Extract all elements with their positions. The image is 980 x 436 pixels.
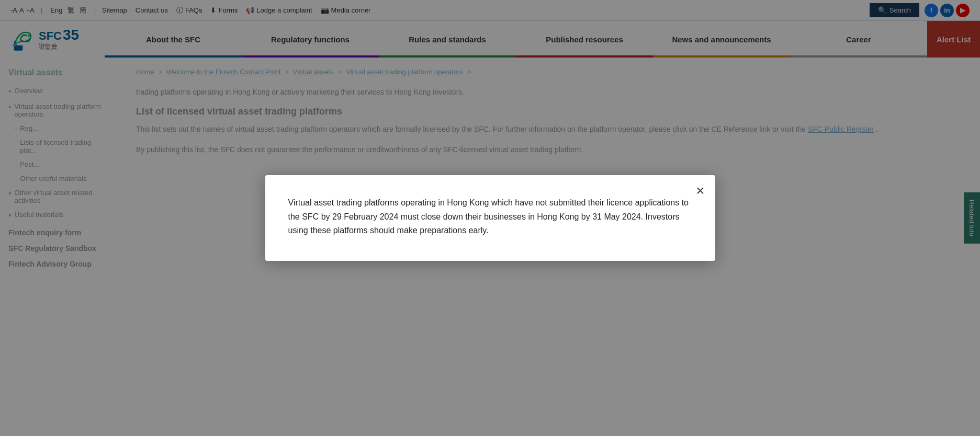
modal-close-button[interactable]: × [696, 183, 704, 198]
modal-text: Virtual asset trading platforms operatin… [288, 196, 692, 237]
modal-box: × Virtual asset trading platforms operat… [265, 175, 715, 260]
modal-overlay[interactable]: × Virtual asset trading platforms operat… [0, 0, 980, 371]
